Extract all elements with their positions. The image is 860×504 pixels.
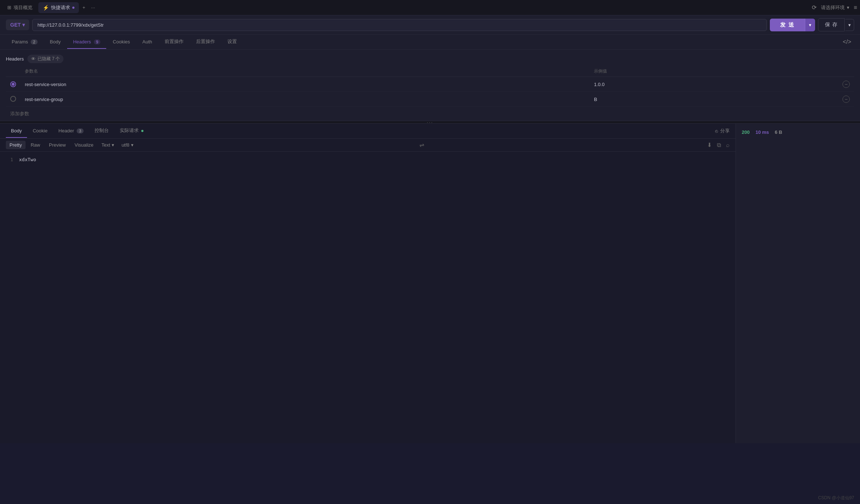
method-button[interactable]: GET ▾ <box>6 19 29 30</box>
tab-cookies[interactable]: Cookies <box>107 35 136 49</box>
header-value-1: 1.0.0 <box>590 77 838 92</box>
refresh-icon[interactable]: ⟳ <box>812 4 817 11</box>
res-console-label: 控制台 <box>95 128 109 133</box>
copy-icon[interactable]: ⧉ <box>717 142 721 148</box>
checkbox-1[interactable] <box>10 81 16 87</box>
tab-settings[interactable]: 设置 <box>222 35 243 49</box>
res-actual-label: 实际请求 <box>120 128 139 133</box>
menu-icon[interactable]: ≡ <box>854 4 857 11</box>
pre-ops-label: 前置操作 <box>165 39 184 44</box>
checkbox-cell-2[interactable] <box>6 92 20 107</box>
headers-section-label: Headers <box>6 56 24 62</box>
add-tab-button[interactable]: + <box>80 3 88 12</box>
header-row-2: rest-service-group B − <box>6 92 854 107</box>
fmt-tab-preview[interactable]: Preview <box>45 141 69 149</box>
body-label: Body <box>50 39 61 44</box>
code-view-icon[interactable]: </> <box>840 36 854 48</box>
response-status-bar: 200 10 ms 6 B <box>742 129 854 135</box>
send-button[interactable]: 发 送 <box>770 19 805 31</box>
tab-pre-operations[interactable]: 前置操作 <box>159 35 189 49</box>
res-header-badge: 3 <box>77 128 83 133</box>
send-chevron-icon: ▾ <box>809 22 811 28</box>
response-code-area: 1 xdxTwo <box>0 152 736 443</box>
share-icon: ⎋ <box>715 128 718 134</box>
res-tab-body[interactable]: Body <box>6 124 27 138</box>
res-tab-actions: ⎋ 分享 <box>715 128 730 134</box>
res-header-label: Header <box>58 128 74 133</box>
res-body-label: Body <box>11 128 22 133</box>
headers-table: 参数名 示例值 rest-service-version 1.0.0 − <box>6 66 854 107</box>
chevron-down-icon: ▾ <box>847 5 849 10</box>
download-icon[interactable]: ⬇ <box>707 141 712 148</box>
url-bar: GET ▾ 发 送 ▾ 保 存 ▾ <box>0 15 860 35</box>
delete-button-2[interactable]: − <box>842 96 850 103</box>
format-align-icon[interactable]: ⇌ <box>419 141 424 148</box>
res-tab-cookie[interactable]: Cookie <box>28 124 53 138</box>
add-param-button[interactable]: 添加参数 <box>6 107 854 121</box>
tab-body[interactable]: Body <box>44 35 67 49</box>
checkbox-2[interactable] <box>10 96 16 102</box>
send-dropdown-button[interactable]: ▾ <box>805 19 815 31</box>
param-name-col-header: 参数名 <box>20 66 590 77</box>
preview-label: Preview <box>49 142 66 148</box>
save-button[interactable]: 保 存 <box>818 18 845 31</box>
format-actions: ⇌ <box>419 141 424 148</box>
response-tabs: Body Cookie Header 3 控制台 实际请求 ⎋ 分享 <box>0 124 736 139</box>
url-input[interactable] <box>32 19 767 31</box>
header-row-1: rest-service-version 1.0.0 − <box>6 77 854 92</box>
fmt-tab-pretty[interactable]: Pretty <box>6 141 26 149</box>
response-right-panel: 200 10 ms 6 B <box>736 124 860 443</box>
visualize-label: Visualize <box>74 142 93 148</box>
hidden-headers-badge[interactable]: 👁 已隐藏 7 个 <box>27 55 64 63</box>
encoding-label: utf8 <box>122 142 130 148</box>
auth-label: Auth <box>142 39 152 44</box>
fmt-tab-raw[interactable]: Raw <box>27 141 44 149</box>
tab-request-label: 快捷请求 <box>51 4 70 11</box>
share-button[interactable]: ⎋ 分享 <box>715 128 730 134</box>
headers-section: Headers 👁 已隐藏 7 个 参数名 示例值 <box>0 50 860 121</box>
tab-post-operations[interactable]: 后置操作 <box>190 35 221 49</box>
res-tab-actual-request[interactable]: 实际请求 <box>115 124 149 138</box>
save-dropdown-button[interactable]: ▾ <box>845 19 854 31</box>
tab-request[interactable]: ⚡ 快捷请求 <box>38 2 79 13</box>
headers-label: Headers <box>73 39 91 44</box>
response-left-panel: Body Cookie Header 3 控制台 实际请求 ⎋ 分享 <box>0 124 736 443</box>
project-icon: ⊞ <box>7 5 11 10</box>
watermark: CSDN @小道仙97 <box>818 495 854 501</box>
tab-params[interactable]: Params 2 <box>6 35 43 49</box>
settings-label: 设置 <box>227 39 237 44</box>
format-type-select[interactable]: Text ▾ <box>99 141 117 149</box>
action-col-header <box>838 66 854 77</box>
checkbox-cell-1[interactable] <box>6 77 20 92</box>
encoding-chevron-icon: ▾ <box>131 142 134 148</box>
delete-cell-2[interactable]: − <box>838 92 854 107</box>
more-tabs-button[interactable]: ··· <box>89 3 97 12</box>
res-tab-header[interactable]: Header 3 <box>53 124 88 138</box>
eye-icon: 👁 <box>31 56 36 62</box>
delete-button-1[interactable]: − <box>842 81 850 88</box>
cookies-label: Cookies <box>113 39 130 44</box>
tab-headers[interactable]: Headers 9 <box>67 35 106 49</box>
res-tab-console[interactable]: 控制台 <box>89 124 114 138</box>
resize-splitter[interactable]: ··· <box>0 121 860 124</box>
code-line-1: 1 xdxTwo <box>6 156 730 164</box>
tab-bar-actions: ⟳ 请选择环境 ▾ ≡ <box>812 4 857 11</box>
request-tabs: Params 2 Body Headers 9 Cookies Auth 前置操… <box>0 35 860 50</box>
headers-badge: 9 <box>94 39 100 44</box>
raw-label: Raw <box>31 142 40 148</box>
tab-auth[interactable]: Auth <box>137 35 158 49</box>
response-time: 10 ms <box>756 129 769 135</box>
encoding-select[interactable]: utf8 ▾ <box>119 141 137 149</box>
env-select[interactable]: 请选择环境 ▾ <box>821 4 849 11</box>
share-label: 分享 <box>720 128 730 134</box>
checkbox-col-header <box>6 66 20 77</box>
search-icon[interactable]: ⌕ <box>726 142 730 148</box>
format-type-label: Text <box>101 142 110 148</box>
tab-project[interactable]: ⊞ 项目概览 <box>3 2 37 13</box>
pretty-label: Pretty <box>9 142 22 148</box>
tab-bar: ⊞ 项目概览 ⚡ 快捷请求 + ··· ⟳ 请选择环境 ▾ ≡ <box>0 0 860 15</box>
status-code: 200 <box>742 129 750 135</box>
delete-cell-1[interactable]: − <box>838 77 854 92</box>
post-ops-label: 后置操作 <box>196 39 215 44</box>
fmt-tab-visualize[interactable]: Visualize <box>71 141 97 149</box>
